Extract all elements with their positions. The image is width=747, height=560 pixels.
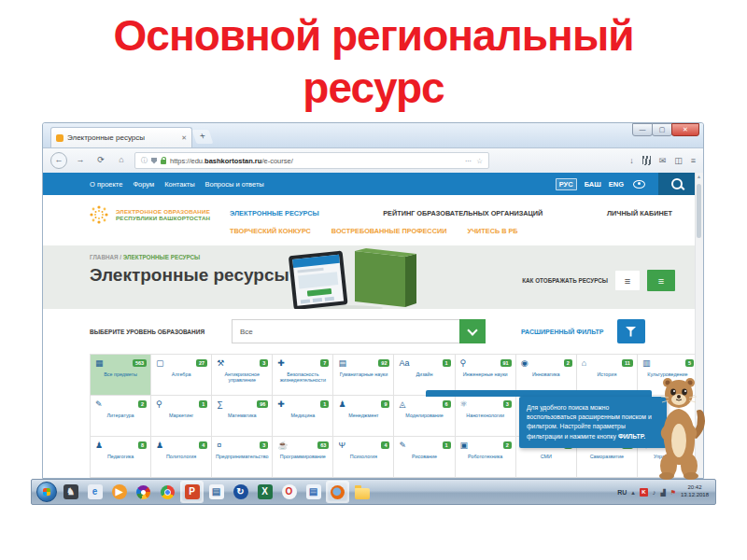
library-icon[interactable] (642, 156, 651, 165)
bookmark-star-icon[interactable]: ☆ (476, 157, 483, 165)
url-bar[interactable]: ⓘ https://edu.bashkortostan.ru/e-course/… (134, 152, 489, 169)
taskbar-firefox-icon[interactable] (327, 482, 348, 502)
subject-tile[interactable]: ◉2Инноватика (516, 355, 576, 395)
subject-tile[interactable]: Ψ4Психология (333, 437, 393, 477)
taskbar-clock[interactable]: 20:4213.12.2018 (681, 484, 709, 499)
network-icon[interactable]: ▟ (660, 489, 665, 496)
subject-tile[interactable]: Aa1Дизайн (394, 355, 454, 395)
subject-tile[interactable]: ✎1Рисование (394, 437, 454, 477)
tile-count-badge: 3 (260, 441, 268, 449)
secondary-nav-link[interactable]: УЧИТЕСЬ В РБ (467, 227, 517, 235)
subject-tile[interactable]: ▣2Робототехника (456, 437, 515, 477)
education-level-select[interactable]: Все (232, 319, 486, 343)
primary-nav-link[interactable]: РЕЙТИНГ ОБРАЗОВАТЕЛЬНЫХ ОРГАНИЗАЦИЙ (383, 209, 543, 217)
subject-tile[interactable]: ⚒3Антикризисное управление (212, 355, 272, 395)
language-option-БАШ[interactable]: БАШ (585, 180, 601, 189)
language-option-ENG[interactable]: ENG (609, 180, 624, 189)
tile-label: Литература (91, 413, 150, 418)
language-indicator[interactable]: RU (617, 489, 627, 496)
info-icon[interactable]: ⓘ (141, 156, 148, 165)
antivirus-tray-icon[interactable]: K (640, 488, 648, 497)
action-center-icon[interactable]: ⚑ (670, 489, 676, 496)
new-tab-button[interactable]: + (192, 130, 214, 144)
search-button[interactable] (658, 173, 696, 195)
shield-icon[interactable] (151, 158, 157, 164)
subject-tile[interactable]: ✚1Медицина (273, 396, 332, 436)
download-icon[interactable]: ↓ (629, 156, 634, 165)
all-subjects-icon: ▦ (95, 358, 104, 368)
breadcrumb-root[interactable]: ГЛАВНАЯ (90, 254, 119, 260)
history-icon: ⌂ (582, 358, 586, 368)
tab-close-icon[interactable]: ✕ (181, 134, 187, 142)
topbar-link[interactable]: Контакты (164, 180, 194, 189)
browser-tab[interactable]: Электронные ресурсы ✕ (50, 127, 192, 147)
taskbar-picasa-icon[interactable] (133, 482, 154, 502)
secondary-nav-link[interactable]: ТВОРЧЕСКИЙ КОНКУРС (230, 227, 311, 235)
subject-tile[interactable]: ♟8Педагогика (91, 437, 150, 477)
secondary-nav-link[interactable]: ВОСТРЕБОВАННЫЕ ПРОФЕССИИ (331, 227, 447, 235)
minimize-button[interactable]: — (632, 123, 653, 136)
scrollbar-thumb[interactable] (697, 184, 701, 238)
taskbar-folder-icon[interactable] (351, 482, 373, 502)
site-logo[interactable]: ЭЛЕКТРОННОЕ ОБРАЗОВАНИЕ РЕСПУБЛИКИ БАШКО… (88, 203, 210, 226)
taskbar-game-app-icon[interactable]: ♞ (60, 482, 81, 502)
mail-icon[interactable]: ✉ (659, 156, 667, 165)
home-button[interactable]: ⌂ (114, 153, 129, 168)
topbar-link[interactable]: Вопросы и ответы (205, 180, 264, 189)
subject-tile[interactable]: ✚7Безопасность жизнедеятельности (273, 355, 332, 395)
subject-tile[interactable]: ♟9Менеджмент (333, 396, 393, 436)
filter-button[interactable] (617, 319, 645, 343)
taskbar-word-viewer-icon[interactable]: ▤ (205, 482, 227, 502)
maximize-button[interactable]: ▢ (652, 123, 672, 136)
tile-label: Педагогика (91, 454, 150, 459)
taskbar-internet-explorer-icon[interactable]: e (84, 482, 106, 502)
topbar-link[interactable]: О проекте (90, 180, 122, 189)
tile-count-badge: 96 (257, 400, 268, 408)
subject-tile[interactable]: ☕63Программирование (273, 437, 332, 477)
start-button[interactable] (36, 482, 57, 502)
primary-nav-link[interactable]: ЛИЧНЫЙ КАБИНЕТ (607, 209, 672, 217)
page-banner: ГЛАВНАЯ / ЭЛЕКТРОННЫЕ РЕСУРСЫ Электронны… (43, 245, 696, 309)
tile-label: Психология (333, 454, 393, 459)
taskbar-swirl-app-icon[interactable]: ↻ (230, 482, 251, 502)
taskbar-opera-icon[interactable]: O (278, 482, 300, 502)
select-dropdown-button[interactable] (459, 319, 486, 343)
back-button[interactable]: ← (50, 152, 67, 169)
grid-view-button[interactable]: ≡ (647, 270, 675, 291)
subject-tile[interactable]: ▢27Алгебра (151, 355, 211, 395)
reload-button[interactable]: ⟳ (93, 153, 108, 168)
subject-tile[interactable]: ▦563Все предметы (91, 355, 150, 395)
taskbar-wordpad-icon[interactable]: ▤ (303, 482, 324, 502)
subject-tile[interactable]: ⚛3Нанотехнологии (456, 396, 515, 436)
advanced-filter-link[interactable]: РАСШИРЕННЫЙ ФИЛЬТР (521, 329, 604, 335)
list-view-button[interactable]: ≡ (615, 271, 640, 290)
topbar-link[interactable]: Форум (133, 180, 154, 189)
volume-icon[interactable]: ♪ (653, 489, 656, 496)
forward-button[interactable]: → (73, 153, 88, 168)
subject-tile[interactable]: ⌂11История (577, 355, 637, 395)
taskbar-chrome-icon[interactable] (157, 482, 178, 502)
taskbar-excel-icon[interactable]: X (254, 482, 275, 502)
subject-tile[interactable]: ✎2Литература (91, 396, 150, 436)
tile-label: История (577, 371, 637, 377)
language-option-РУС[interactable]: РУС (556, 178, 577, 190)
primary-nav-link[interactable]: ЭЛЕКТРОННЫЕ РЕСУРСЫ (230, 209, 319, 217)
hidden-icons-arrow-icon[interactable]: ▴ (631, 489, 635, 496)
accessibility-eye-icon[interactable] (633, 180, 645, 189)
subject-tile[interactable]: ⚲91Инженерные науки (456, 355, 515, 395)
subject-tile[interactable]: ⚲1Маркетинг (151, 396, 211, 436)
subject-tile[interactable]: ▤92Гуманитарные науки (333, 355, 393, 395)
page-actions-icon[interactable]: ⋯ (465, 157, 472, 165)
sidebar-icon[interactable]: ◫ (674, 156, 683, 165)
logo-text: ЭЛЕКТРОННОЕ ОБРАЗОВАНИЕ РЕСПУБЛИКИ БАШКО… (116, 208, 210, 221)
menu-icon[interactable]: ≡ (691, 156, 696, 165)
close-button[interactable]: ✕ (671, 123, 699, 136)
taskbar-media-player-icon[interactable]: ▶ (108, 482, 130, 502)
subject-tile[interactable]: ♟4Политология (151, 437, 211, 477)
subject-tile[interactable]: ∑96Математика (212, 396, 272, 436)
breadcrumb[interactable]: ГЛАВНАЯ / ЭЛЕКТРОННЫЕ РЕСУРСЫ (90, 254, 200, 260)
scrollbar-up-icon[interactable]: ▲ (697, 174, 701, 179)
subject-tile[interactable]: ◬6Моделирование (394, 396, 454, 436)
taskbar-powerpoint-icon[interactable]: P (181, 482, 203, 502)
subject-tile[interactable]: ¤3Предпринимательство (212, 437, 272, 477)
